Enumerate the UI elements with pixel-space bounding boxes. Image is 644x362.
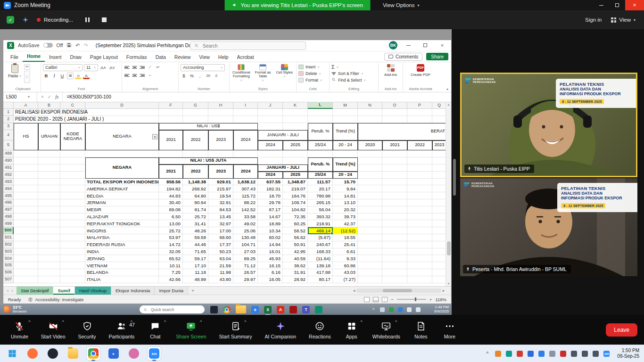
grid-cell[interactable] (432, 150, 446, 157)
grid-cell[interactable] (358, 179, 382, 186)
grid-cell[interactable] (60, 179, 85, 186)
cell-I502[interactable]: 104.71 (233, 241, 258, 248)
cell-D506[interactable]: BELANDA (85, 269, 159, 276)
cell-D503[interactable]: INDIA (85, 248, 159, 255)
cell-F496[interactable]: 30.40 (159, 199, 183, 206)
cell-M501[interactable]: 18.55 (333, 234, 358, 241)
zoom-in-icon[interactable]: + (429, 297, 432, 302)
maximize-button[interactable] (609, 0, 625, 10)
cell-I498[interactable]: 33.58 (233, 214, 258, 221)
grid-cell[interactable] (85, 150, 159, 157)
user-icon[interactable] (380, 307, 385, 312)
grid-cell[interactable] (14, 269, 38, 276)
grid-cell[interactable] (14, 165, 38, 172)
cell-G505[interactable]: 17.10 (183, 262, 208, 269)
autosum-button[interactable]: Σ▾ (331, 64, 339, 70)
grid-cell[interactable] (432, 241, 446, 248)
zoom-icon[interactable]: zm (148, 347, 161, 360)
grid-cell[interactable] (382, 109, 407, 116)
grid-cell[interactable] (407, 199, 432, 206)
header-trend[interactable]: Trend (%) (333, 123, 358, 140)
header-perub-sub[interactable]: 25/24 (308, 140, 333, 150)
toolbar-start-video-button[interactable]: ^Start Video (37, 318, 70, 342)
grid-cell[interactable] (382, 179, 407, 186)
cell-H501[interactable]: 68.60 (208, 234, 233, 241)
toolbar-reactions-button[interactable]: Reactions (305, 318, 335, 342)
decrease-font-icon[interactable]: A˅ (108, 64, 116, 71)
network-icon[interactable] (571, 351, 577, 357)
cell-K506[interactable]: 31.91 (283, 269, 308, 276)
row-header-495[interactable]: 495 (3, 192, 14, 199)
cell-K499[interactable]: 60.25 (283, 220, 308, 227)
create-pdf-button[interactable]: PDF Create PDF (410, 64, 431, 77)
grid-cell[interactable] (60, 206, 85, 214)
row-header-492[interactable]: 492 (3, 172, 14, 179)
cell-M500[interactable]: (12.52) (333, 227, 358, 234)
cell-L496[interactable]: 265.15 (308, 199, 333, 206)
page-break-view-icon[interactable] (382, 297, 388, 302)
cell-D499[interactable]: REP.RAKYAT TIONGKOK (85, 220, 159, 227)
cell-I501[interactable]: 130.48 (233, 234, 258, 241)
excel-icon[interactable]: X (264, 306, 272, 313)
file-explorer-icon[interactable] (66, 347, 80, 360)
grid-cell[interactable] (14, 150, 38, 157)
cell-I500[interactable]: 25.06 (233, 227, 258, 234)
cell-L503[interactable]: 168.33 (308, 248, 333, 255)
cell-L497[interactable]: 56.04 (308, 206, 333, 214)
cell-F495[interactable]: 44.83 (159, 192, 183, 199)
cell-I499[interactable]: 49.02 (233, 220, 258, 227)
cell-J493[interactable]: 637.55 (258, 179, 283, 186)
header2-perub[interactable]: Perub. % (308, 157, 333, 172)
copy-icon[interactable] (24, 71, 30, 76)
grid-cell[interactable] (333, 150, 358, 157)
ribbon-tab-view[interactable]: View (195, 52, 214, 62)
grid-cell[interactable] (60, 269, 85, 276)
grid-cell[interactable] (407, 276, 432, 283)
cell-H505[interactable]: 21.59 (208, 262, 233, 269)
cell-J507[interactable]: 16.05 (258, 276, 283, 283)
grid-cell[interactable] (38, 192, 60, 199)
row-header-502[interactable]: 502 (3, 241, 14, 248)
hidden-icons-chevron[interactable]: ^ (484, 351, 490, 357)
sheet-nav-left-icon[interactable]: ‹ (7, 288, 8, 293)
grid-cell[interactable] (407, 241, 432, 248)
grid-cell[interactable] (432, 165, 446, 172)
ribbon-tab-file[interactable]: File (6, 52, 23, 62)
cell-K497[interactable]: 104.82 (283, 206, 308, 214)
cell-I504[interactable]: 89.25 (233, 255, 258, 262)
cell-G499[interactable]: 31.41 (183, 220, 208, 227)
teams-icon[interactable]: T (302, 306, 310, 313)
enter-entry-icon[interactable]: ✓ (48, 94, 51, 99)
align-center-icon[interactable] (132, 73, 138, 78)
chat-chevron-icon[interactable]: ^ (164, 320, 166, 324)
ribbon-tab-acrobat[interactable]: Acrobat (232, 52, 258, 62)
cell-K496[interactable]: 108.74 (283, 199, 308, 206)
grid-cell[interactable] (60, 185, 85, 192)
cell-F493[interactable]: 858.56 (159, 179, 183, 186)
cell-M496[interactable]: 13.10 (333, 199, 358, 206)
grid-cell[interactable] (38, 255, 60, 262)
cell-M502[interactable]: 25.41 (333, 241, 358, 248)
grid-cell[interactable] (283, 109, 308, 116)
cell-H493[interactable]: 929.01 (208, 179, 233, 186)
hscroll-right-icon[interactable]: ▸ (443, 288, 445, 293)
cell-G498[interactable]: 25.72 (183, 214, 208, 221)
grid-cell[interactable] (233, 109, 258, 116)
grid-cell[interactable] (333, 109, 358, 116)
cell-I503[interactable]: 27.03 (233, 248, 258, 255)
align-right-icon[interactable] (139, 73, 145, 78)
cell-D500[interactable]: INGGRIS (85, 227, 159, 234)
cell-F501[interactable]: 53.97 (159, 234, 183, 241)
cell-F507[interactable]: 42.66 (159, 276, 183, 283)
increase-decimal-icon[interactable]: .00 (205, 73, 211, 79)
grid-cell[interactable] (358, 206, 382, 214)
grid-cell[interactable] (407, 109, 432, 116)
toolbar-whiteboards-button[interactable]: ^Whiteboards (368, 318, 405, 342)
name-box[interactable]: ▾ (3, 92, 37, 102)
grid-cell[interactable] (432, 199, 446, 206)
grid-cell[interactable] (358, 262, 382, 269)
cell-L500[interactable]: 466.14 (308, 227, 333, 234)
grid-cell[interactable] (407, 220, 432, 227)
header-year-2022[interactable]: 2022 (183, 130, 208, 150)
grid-cell[interactable] (382, 185, 407, 192)
